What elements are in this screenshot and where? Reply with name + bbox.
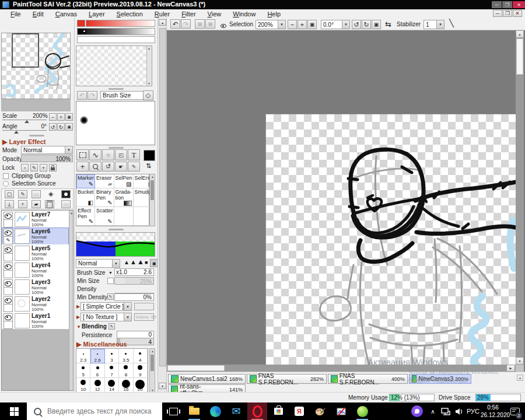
preset-5[interactable]: 5: [76, 363, 90, 378]
brush-tip-square-selected[interactable]: ■: [150, 259, 158, 267]
scroll-down-button[interactable]: ▼: [159, 383, 166, 389]
zoom-tool[interactable]: [89, 162, 102, 172]
alice-assistant-button[interactable]: [408, 402, 426, 420]
scroll-up-button[interactable]: ▲: [516, 30, 524, 38]
rotate-view-tool[interactable]: ↺: [102, 162, 114, 172]
delete-layer-button[interactable]: [45, 200, 54, 208]
angle-select[interactable]: 0.0° ▼: [321, 20, 350, 29]
layer-visibility-toggle[interactable]: [4, 262, 13, 271]
brush-tip-soft[interactable]: ▲: [124, 259, 130, 265]
angle-slider[interactable]: [2, 130, 47, 133]
shape-tool[interactable]: ◰: [115, 149, 127, 160]
layer-mode-box[interactable]: [4, 321, 13, 329]
tool-bucket[interactable]: Bucket◧: [76, 188, 95, 207]
layer-mode-box[interactable]: [4, 253, 13, 261]
canvas-viewport[interactable]: Активация Windows ▲ ▼ ▶: [167, 30, 525, 372]
brush-tip-square-small[interactable]: ■: [145, 260, 148, 265]
brush-shape-select[interactable]: [ Simple Circle ] ▼: [80, 302, 132, 311]
hue-swatch[interactable]: [77, 20, 85, 27]
min-density-pressure-button[interactable]: ✎: [107, 293, 114, 300]
layer-row-1[interactable]: Layer1 Normal 100%: [2, 312, 69, 330]
angle-slider-handle[interactable]: [14, 131, 19, 134]
restore-button[interactable]: ❐: [502, 1, 512, 8]
scroll-up-icon[interactable]: ▲: [70, 211, 73, 215]
magic-wand-tool[interactable]: ☆: [102, 149, 114, 160]
canvas[interactable]: [265, 114, 516, 365]
menu-layer[interactable]: Layer: [83, 10, 111, 18]
transfer-down-button[interactable]: ⤓: [5, 200, 14, 208]
tab-fnas-reborn-1[interactable]: FNAS S.F.REBORN... 282%: [247, 374, 327, 384]
minimize-button[interactable]: ─: [492, 1, 502, 8]
scroll-up-icon[interactable]: ▲: [148, 47, 150, 50]
preset-3-5[interactable]: 3.5: [119, 349, 133, 363]
layer-visibility-toggle[interactable]: [4, 296, 13, 304]
menu-edit[interactable]: Edit: [27, 10, 50, 18]
min-size-slider[interactable]: 25%: [114, 277, 154, 285]
hand-tool[interactable]: ☛: [115, 162, 127, 172]
chevron-down-icon[interactable]: ▼: [112, 260, 120, 267]
clear-layer-button[interactable]: ▰: [32, 200, 41, 208]
move-tool[interactable]: +: [76, 162, 89, 172]
tool-selpen[interactable]: SelPen▨: [114, 174, 134, 188]
swap-colors-icon[interactable]: ⇅: [146, 162, 151, 170]
layer-mode-box[interactable]: [4, 219, 13, 228]
min-density-input[interactable]: 0%: [114, 293, 154, 301]
preset-8[interactable]: 8: [119, 363, 133, 378]
zoom-in-button[interactable]: +: [298, 20, 307, 29]
layer-row-4[interactable]: Layer4 Normal 100%: [2, 261, 69, 279]
miscellaneous-header[interactable]: ▶ Miscellaneous: [76, 341, 127, 348]
selection-visibility-icon[interactable]: [220, 24, 226, 28]
menu-selection[interactable]: Selection: [111, 10, 149, 18]
scrollbar-thumb[interactable]: [150, 180, 154, 200]
min-size-checkbox[interactable]: [107, 278, 114, 284]
tab-newcanvas1[interactable]: NewCanvas1.sai2 168%: [168, 374, 246, 384]
preset-4[interactable]: 4: [134, 349, 148, 363]
scale-slider-handle[interactable]: [24, 120, 29, 123]
scrollbar-thumb[interactable]: [159, 28, 166, 366]
opera-button[interactable]: [247, 402, 267, 420]
angle-ccw-button[interactable]: ↺: [49, 123, 57, 131]
tool-binary-pen[interactable]: BinaryPen✎: [95, 188, 114, 207]
layer-row-6-selected[interactable]: ✎ Layer6 Normal 100%: [2, 228, 69, 245]
clipping-group-checkbox[interactable]: [3, 173, 9, 179]
scrollbar-thumb[interactable]: [150, 355, 154, 371]
zoom-reset-button[interactable]: ▣: [307, 20, 317, 29]
select-next-button[interactable]: ▣: [205, 19, 215, 29]
tool-gradation[interactable]: Grada-tion: [114, 188, 134, 207]
preset-6[interactable]: 6: [90, 363, 104, 378]
panel-divider-handle[interactable]: [29, 135, 44, 136]
network-tray-icon[interactable]: [439, 402, 453, 420]
brush-tip-hard[interactable]: ▲: [137, 258, 144, 266]
tool-eraser[interactable]: Eraser▰: [95, 174, 114, 188]
task-view-button[interactable]: [163, 402, 183, 420]
tool-grid-scrollbar[interactable]: ▲: [149, 174, 155, 226]
language-indicator[interactable]: РУС: [466, 402, 481, 420]
stabilizer-select[interactable]: 1 ▼: [424, 20, 444, 29]
image-editor-button[interactable]: [331, 402, 351, 420]
scroll-up-button[interactable]: ▲: [159, 19, 166, 26]
menu-window[interactable]: Window: [227, 10, 261, 18]
file-explorer-button[interactable]: [184, 402, 204, 420]
angle-reset-button[interactable]: ▣: [65, 123, 73, 131]
panel-divider-handle[interactable]: [108, 147, 124, 149]
preset-10[interactable]: 10: [76, 378, 90, 393]
layer-edit-indicator[interactable]: ✎: [4, 236, 13, 244]
preset-14[interactable]: 14: [105, 378, 119, 393]
collapse-icon[interactable]: ▼: [76, 324, 81, 330]
lock-move-button[interactable]: +: [40, 164, 47, 172]
scroll-up-icon[interactable]: ▲: [151, 175, 154, 178]
close-button[interactable]: ✕: [513, 1, 525, 8]
tool-marker[interactable]: Marker✎: [76, 174, 95, 188]
menu-view[interactable]: View: [202, 10, 228, 18]
rotate-cw-button[interactable]: ↻: [362, 20, 371, 29]
zoom-select[interactable]: 200% ▼: [256, 20, 286, 29]
select-prev-button[interactable]: ▣: [195, 19, 205, 29]
chevron-down-icon[interactable]: ▼: [278, 20, 285, 29]
layer-row-5[interactable]: Layer5 Normal 100%: [2, 244, 69, 262]
brush-size-input[interactable]: x1.0 2.6: [114, 268, 154, 276]
new-layer-button[interactable]: ▢: [5, 190, 14, 198]
chevron-down-icon[interactable]: ▼: [124, 313, 131, 321]
layer-visibility-toggle[interactable]: [4, 246, 13, 254]
scroll-up-icon[interactable]: ▲: [151, 349, 154, 353]
menu-filter[interactable]: Filter: [176, 10, 201, 18]
